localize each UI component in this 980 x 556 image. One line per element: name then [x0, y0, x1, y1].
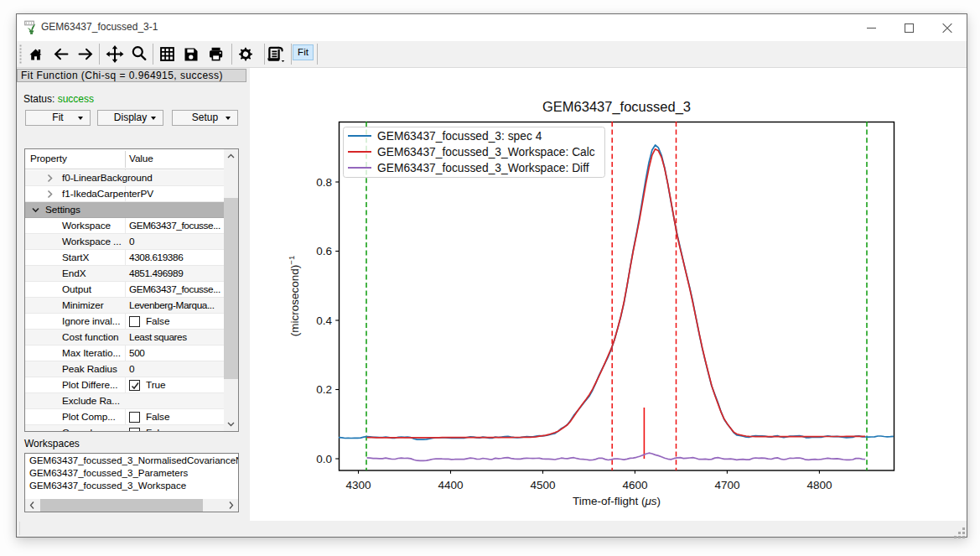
svg-text:GEM63437_focussed_3: GEM63437_focussed_3: [542, 99, 691, 115]
svg-text:(microsecond)−1: (microsecond)−1: [287, 256, 302, 336]
svg-text:4300: 4300: [345, 479, 371, 491]
svg-text:0.2: 0.2: [316, 383, 332, 396]
svg-text:GEM63437_focussed_3_Workspace:: GEM63437_focussed_3_Workspace: Calc: [377, 146, 595, 158]
svg-text:GEM63437_focussed_3_Workspace:: GEM63437_focussed_3_Workspace: Diff: [377, 162, 589, 174]
svg-text:4700: 4700: [714, 479, 739, 491]
svg-text:0.0: 0.0: [316, 453, 332, 465]
svg-text:Time-of-flight (μs): Time-of-flight (μs): [573, 495, 661, 507]
svg-text:GEM63437_focussed_3: spec 4: GEM63437_focussed_3: spec 4: [377, 130, 542, 143]
svg-text:4800: 4800: [806, 479, 832, 491]
svg-text:0.4: 0.4: [316, 314, 332, 327]
svg-text:4400: 4400: [438, 479, 463, 491]
svg-text:0.6: 0.6: [316, 245, 332, 257]
svg-text:4500: 4500: [530, 479, 555, 491]
svg-text:4600: 4600: [622, 479, 647, 491]
svg-text:0.8: 0.8: [316, 176, 332, 189]
